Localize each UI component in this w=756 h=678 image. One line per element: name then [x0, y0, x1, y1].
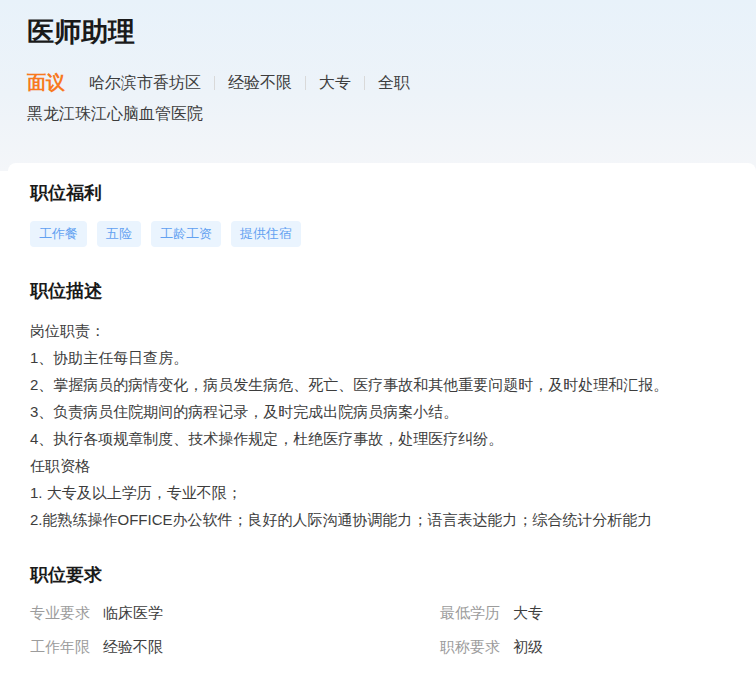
benefit-tag-work-meal: 工作餐 — [30, 221, 87, 247]
description-heading: 职位描述 — [30, 281, 734, 301]
company-name: 黑龙江珠江心脑血管医院 — [27, 103, 756, 125]
requirements-grid: 专业要求临床医学 最低学历大专 工作年限经验不限 职称要求初级 — [30, 603, 734, 657]
requirement-value: 经验不限 — [103, 638, 163, 655]
description-line: 1. 大专及以上学历，专业不限； — [30, 479, 734, 506]
benefit-tags: 工作餐 五险 工龄工资 提供住宿 — [30, 221, 734, 247]
description-line: 岗位职责： — [30, 317, 734, 344]
meta-experience: 经验不限 — [228, 72, 292, 94]
requirement-label: 职称要求 — [440, 638, 500, 655]
section-requirements: 职位要求 专业要求临床医学 最低学历大专 工作年限经验不限 职称要求初级 — [30, 565, 734, 657]
requirement-value: 初级 — [513, 638, 543, 655]
requirement-value: 临床医学 — [103, 604, 163, 621]
page-title: 医师助理 — [27, 0, 756, 49]
salary-negotiable: 面议 — [27, 72, 65, 94]
job-header: 医师助理 面议 哈尔滨市香坊区 经验不限 大专 全职 黑龙江珠江心脑血管医院 — [0, 0, 756, 171]
requirement-item-major: 专业要求临床医学 — [30, 603, 440, 623]
section-description: 职位描述 岗位职责： 1、协助主任每日查房。 2、掌握病员的病情变化，病员发生病… — [30, 281, 734, 533]
description-line: 3、负责病员住院期间的病程记录，及时完成出院病员病案小结。 — [30, 398, 734, 425]
meta-job-type: 全职 — [378, 72, 410, 94]
meta-divider — [305, 76, 306, 90]
benefit-tag-seniority-pay: 工龄工资 — [151, 221, 221, 247]
benefit-tag-housing: 提供住宿 — [231, 221, 301, 247]
description-line: 1、协助主任每日查房。 — [30, 344, 734, 371]
benefit-tag-five-insurances: 五险 — [97, 221, 141, 247]
description-body: 岗位职责： 1、协助主任每日查房。 2、掌握病员的病情变化，病员发生病危、死亡、… — [30, 317, 734, 533]
requirements-heading: 职位要求 — [30, 565, 734, 585]
requirement-label: 最低学历 — [440, 604, 500, 621]
meta-divider — [214, 76, 215, 90]
meta-education: 大专 — [319, 72, 351, 94]
meta-divider — [364, 76, 365, 90]
benefits-heading: 职位福利 — [30, 183, 734, 203]
requirement-label: 工作年限 — [30, 638, 90, 655]
meta-location: 哈尔滨市香坊区 — [89, 72, 201, 94]
description-line: 2、掌握病员的病情变化，病员发生病危、死亡、医疗事故和其他重要问题时，及时处理和… — [30, 371, 734, 398]
requirement-item-title-level: 职称要求初级 — [440, 637, 734, 657]
requirement-value: 大专 — [513, 604, 543, 621]
section-benefits: 职位福利 工作餐 五险 工龄工资 提供住宿 — [30, 183, 734, 247]
description-line: 4、执行各项规章制度、技术操作规定，杜绝医疗事故，处理医疗纠纷。 — [30, 425, 734, 452]
job-meta-row: 面议 哈尔滨市香坊区 经验不限 大专 全职 — [27, 72, 756, 94]
job-detail-card: 职位福利 工作餐 五险 工龄工资 提供住宿 职位描述 岗位职责： 1、协助主任每… — [8, 163, 756, 678]
description-line: 任职资格 — [30, 452, 734, 479]
requirement-item-min-education: 最低学历大专 — [440, 603, 734, 623]
description-line: 2.能熟练操作OFFICE办公软件；良好的人际沟通协调能力；语言表达能力；综合统… — [30, 506, 734, 533]
requirement-label: 专业要求 — [30, 604, 90, 621]
requirement-item-work-years: 工作年限经验不限 — [30, 637, 440, 657]
